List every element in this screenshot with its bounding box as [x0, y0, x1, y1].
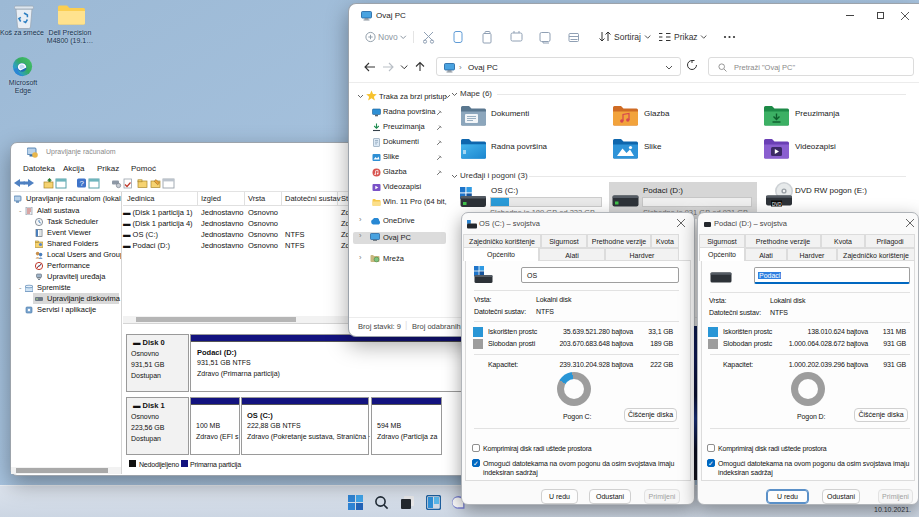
- svg-text:DVD: DVD: [772, 202, 782, 207]
- svg-text:Sortiraj: Sortiraj: [614, 32, 641, 42]
- svg-text:Prikaz: Prikaz: [674, 32, 698, 42]
- svg-text:Novo: Novo: [378, 32, 398, 42]
- svg-text:?: ?: [80, 179, 85, 188]
